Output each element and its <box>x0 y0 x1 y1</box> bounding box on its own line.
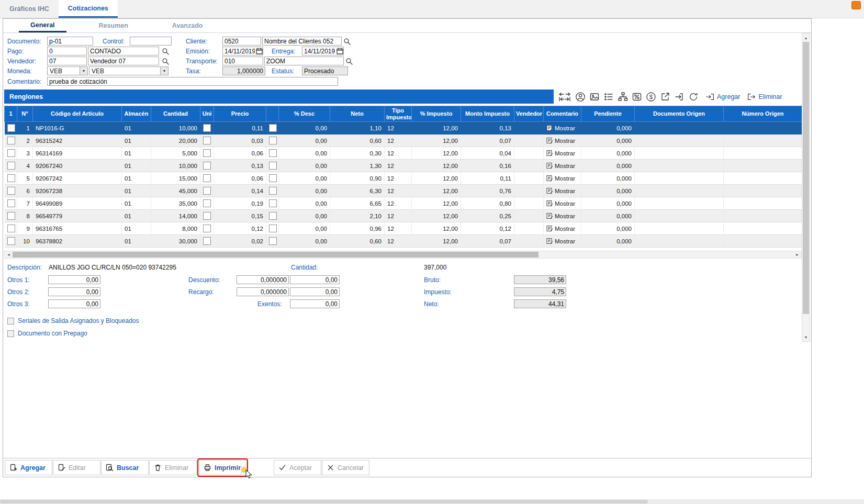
otros2-input[interactable] <box>48 287 100 296</box>
header-precio[interactable]: Precio <box>214 106 266 122</box>
recargo-pct-input[interactable] <box>237 287 289 296</box>
table-row[interactable]: 7 96499089 01 35,000 0,19 0,00 6,65 12 1… <box>5 197 802 210</box>
vendedor-code-input[interactable] <box>47 57 87 65</box>
imprimir-button[interactable]: Imprimir <box>199 460 246 475</box>
uni-box-button[interactable] <box>203 199 211 207</box>
mostrar-link[interactable]: Mostrar <box>546 150 578 156</box>
tab-resumen[interactable]: Resumen <box>87 19 140 32</box>
control-input[interactable] <box>130 37 172 46</box>
renglones-agregar-button[interactable]: Agregar <box>705 92 740 102</box>
uni-box-button[interactable] <box>203 237 211 245</box>
mostrar-link[interactable]: Mostrar <box>546 187 578 194</box>
extra-box-button[interactable] <box>269 162 277 170</box>
tab-general[interactable]: General <box>19 19 66 32</box>
uni-box-button[interactable] <box>203 174 211 182</box>
scroll-down-icon[interactable]: ▼ <box>802 333 810 341</box>
tab-graficos-ihc[interactable]: Gráficos IHC <box>0 0 59 18</box>
header-codigo[interactable]: Código del Artículo <box>33 106 122 122</box>
entrega-calendar-icon[interactable] <box>336 48 344 55</box>
header-monto-impuesto[interactable]: Monto Impuesto <box>461 106 514 122</box>
otros1-input[interactable] <box>48 275 100 284</box>
chevron-down-icon[interactable]: ▼ <box>80 67 87 75</box>
vendedor-search-icon[interactable] <box>161 57 170 65</box>
mostrar-link[interactable]: Mostrar <box>546 225 578 232</box>
header-n[interactable]: N° <box>17 106 33 122</box>
table-row[interactable]: 6 92067238 01 45,000 0,14 0,00 6,30 12 1… <box>5 185 802 197</box>
header-almacen[interactable]: Almacén <box>122 106 151 122</box>
header-tipo-impuesto[interactable]: Tipo Impuesto <box>385 106 412 122</box>
buscar-button[interactable]: Buscar <box>101 460 149 475</box>
header-pendiente[interactable]: Pendiente <box>581 106 635 122</box>
descuento-pct-input[interactable] <box>237 275 289 284</box>
mostrar-link[interactable]: Mostrar <box>546 125 578 131</box>
tab-cotizaciones[interactable]: Cotizaciones <box>59 0 118 18</box>
cancelar-button[interactable]: Cancelar <box>322 460 369 475</box>
extra-box-button[interactable] <box>269 237 277 245</box>
chevron-down-icon[interactable]: ▼ <box>160 67 168 75</box>
extra-box-button[interactable] <box>269 149 277 157</box>
table-row[interactable]: 3 96314169 01 5,000 0,06 0,00 0,30 12 12… <box>5 147 802 160</box>
uni-box-button[interactable] <box>203 149 211 157</box>
mostrar-link[interactable]: Mostrar <box>546 200 578 207</box>
comentario-input[interactable] <box>47 77 338 86</box>
row-checkbox[interactable] <box>7 174 15 182</box>
image-icon[interactable] <box>589 91 600 103</box>
moneda-select[interactable]: VEB ▼ <box>47 66 88 75</box>
header-doc-origen[interactable]: Documento Origen <box>635 106 724 122</box>
cliente-search-icon[interactable] <box>343 37 351 46</box>
extra-box-button[interactable] <box>269 212 277 220</box>
hierarchy-icon[interactable] <box>618 91 628 103</box>
row-checkbox[interactable] <box>7 162 15 170</box>
otros3-input[interactable] <box>48 299 100 308</box>
tab-avanzado[interactable]: Avanzado <box>161 19 215 32</box>
extra-box-button[interactable] <box>269 124 277 132</box>
recargo-monto-input[interactable] <box>290 287 340 296</box>
pago-search-icon[interactable] <box>161 47 170 55</box>
table-row[interactable]: 2 96315242 01 20,000 0,03 0,00 0,60 12 1… <box>5 135 802 147</box>
header-desc[interactable]: % Desc <box>279 106 330 122</box>
table-row[interactable]: 1 NP1016-G 01 10,000 0,11 0,00 1,10 12 1… <box>5 122 802 135</box>
moneda-name-select[interactable]: VEB ▼ <box>89 66 169 75</box>
extra-box-button[interactable] <box>269 225 277 232</box>
vertical-scroll-thumb[interactable] <box>803 42 809 314</box>
scroll-up-icon[interactable]: ▲ <box>802 34 810 41</box>
exentos-input[interactable] <box>290 299 340 308</box>
aceptar-button[interactable]: Aceptar <box>274 460 321 475</box>
send-icon[interactable] <box>674 91 685 103</box>
customer-icon[interactable] <box>575 91 586 103</box>
table-row[interactable]: 8 96549779 01 14,000 0,15 0,00 2,10 12 1… <box>5 210 802 222</box>
agregar-button[interactable]: Agregar <box>5 460 52 475</box>
descuento-monto-input[interactable] <box>290 275 340 284</box>
mostrar-link[interactable]: Mostrar <box>546 238 578 244</box>
export-icon[interactable] <box>660 91 670 103</box>
header-comentario[interactable]: Comentario <box>544 106 581 122</box>
prepago-checkbox[interactable] <box>7 330 14 337</box>
renglones-eliminar-button[interactable]: Eliminar <box>747 92 782 102</box>
mostrar-link[interactable]: Mostrar <box>546 175 578 182</box>
row-checkbox[interactable] <box>7 212 15 220</box>
header-vendedor[interactable]: Vendedor <box>514 106 544 122</box>
header-num-origen[interactable]: Número Origen <box>724 106 802 122</box>
pago-code-input[interactable] <box>47 47 87 55</box>
extra-box-button[interactable] <box>269 174 277 182</box>
refresh-icon[interactable] <box>688 91 699 103</box>
uni-box-button[interactable] <box>203 212 211 220</box>
scroll-left-icon[interactable]: ◄ <box>5 251 13 258</box>
table-row[interactable]: 5 92067242 01 15,000 0,06 0,00 0,90 12 1… <box>5 172 802 185</box>
documento-input[interactable] <box>47 37 93 46</box>
page-scroll-thumb[interactable] <box>0 500 648 503</box>
extra-box-button[interactable] <box>269 187 277 195</box>
percent-icon[interactable] <box>632 91 642 103</box>
pago-name-input[interactable] <box>88 47 159 55</box>
scroll-right-icon[interactable]: ► <box>793 251 801 258</box>
row-checkbox[interactable] <box>7 124 15 132</box>
extra-box-button[interactable] <box>269 199 277 207</box>
mostrar-link[interactable]: Mostrar <box>546 212 578 219</box>
uni-box-button[interactable] <box>203 162 211 170</box>
page-horizontal-scrollbar[interactable] <box>0 499 864 504</box>
row-checkbox[interactable] <box>7 225 15 232</box>
editar-button[interactable]: Editar <box>53 460 100 475</box>
header-pct-impuesto[interactable]: % Impuesto <box>412 106 461 122</box>
row-checkbox[interactable] <box>7 137 15 144</box>
mostrar-link[interactable]: Mostrar <box>546 137 578 144</box>
